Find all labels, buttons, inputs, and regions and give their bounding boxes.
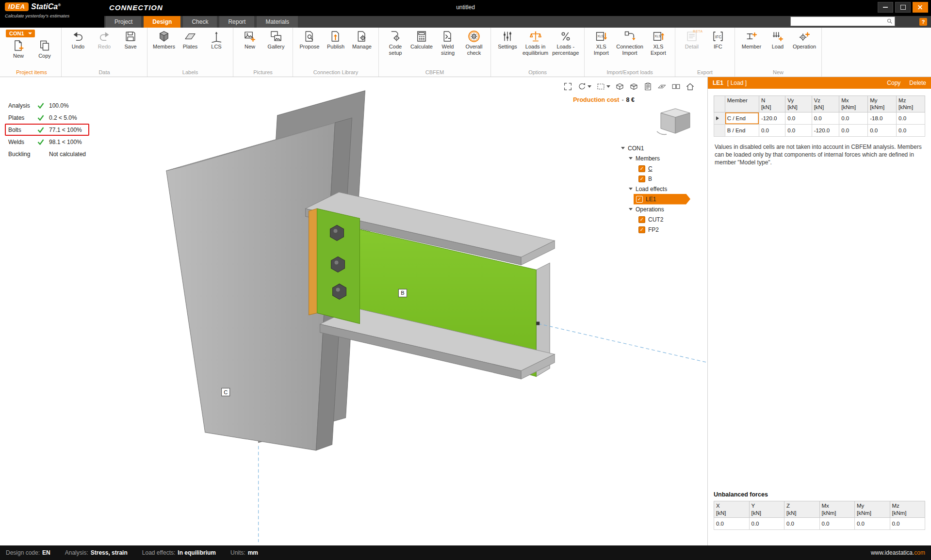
selected-tree-item[interactable]: ✓LE1 <box>634 194 690 205</box>
tree-node-b[interactable]: ✓B <box>619 174 705 184</box>
column-label[interactable]: C <box>222 388 230 396</box>
publish-button[interactable]: Publish <box>323 30 348 50</box>
member-cell[interactable]: C / End <box>725 112 759 124</box>
chevron-down-icon[interactable] <box>588 85 591 88</box>
member-button[interactable]: Member <box>739 30 764 50</box>
maximize-button[interactable] <box>895 2 911 13</box>
navigation-cube[interactable] <box>654 102 696 135</box>
operation-button[interactable]: Operation <box>791 30 817 50</box>
tab-check[interactable]: Check <box>183 16 217 28</box>
force-cell[interactable]: 0.0 <box>839 124 868 136</box>
selection-mode-icon[interactable] <box>596 82 610 91</box>
force-cell[interactable]: 0.0 <box>839 112 868 124</box>
calculate-button[interactable]: Calculate <box>409 30 434 50</box>
tree-node-c[interactable]: ✓C <box>619 163 705 174</box>
force-cell[interactable]: -120.0 <box>812 124 839 136</box>
fullscreen-icon[interactable] <box>563 82 572 91</box>
expander-icon[interactable] <box>621 147 625 151</box>
load-button[interactable]: Load <box>765 30 790 50</box>
force-cell[interactable]: 0.0 <box>897 112 925 124</box>
checkbox-icon[interactable]: ✓ <box>638 226 645 233</box>
force-cell[interactable]: -120.0 <box>759 112 785 124</box>
search-icon[interactable] <box>886 18 893 25</box>
minimize-button[interactable] <box>878 2 893 13</box>
force-cell[interactable]: 0.0 <box>785 112 812 124</box>
checkbox-icon[interactable]: ✓ <box>638 176 645 182</box>
view-cube-icon[interactable] <box>615 82 624 91</box>
viewport-3d[interactable]: B C Analysis100.0%Plates0.2 < 5.0%Bolts7… <box>0 77 707 545</box>
loads-in-equilibrium-button[interactable]: Loads in equilibrium <box>521 30 550 56</box>
tree-node-cut2[interactable]: ✓CUT2 <box>619 214 705 224</box>
compare-views-icon[interactable] <box>671 82 681 91</box>
copy-load-button[interactable]: Copy <box>887 80 900 86</box>
tree-node-fp2[interactable]: ✓FP2 <box>619 224 705 235</box>
row-expander-icon[interactable] <box>716 116 719 120</box>
xls-export-button[interactable]: XLSXLS Export <box>646 30 671 56</box>
orbit-icon[interactable] <box>577 82 591 91</box>
force-cell[interactable]: 0.0 <box>785 124 812 136</box>
new-button[interactable]: New <box>6 39 31 60</box>
logo-registered: ® <box>58 3 61 7</box>
row-header-cell[interactable] <box>714 112 725 124</box>
expander-icon[interactable] <box>629 188 633 192</box>
checkbox-icon[interactable]: ✓ <box>636 196 643 203</box>
overall-check-button[interactable]: Overall check <box>461 30 487 56</box>
close-button[interactable] <box>913 2 928 13</box>
load-row-b-end[interactable]: B / End0.00.0-120.00.00.00.0 <box>714 124 925 136</box>
checkbox-icon[interactable]: ✓ <box>638 165 645 172</box>
member-cell[interactable]: B / End <box>725 124 759 136</box>
tab-project[interactable]: Project <box>106 16 141 28</box>
tree-node-load-effects[interactable]: Load effects <box>619 184 705 194</box>
manage-button[interactable]: Manage <box>349 30 375 50</box>
code-setup-button[interactable]: Code setup <box>383 30 408 56</box>
clip-plane-icon[interactable] <box>657 82 667 91</box>
expander-icon[interactable] <box>629 157 633 161</box>
copy-button[interactable]: Copy <box>32 39 57 60</box>
lcs-button[interactable]: LCS <box>204 30 229 50</box>
tree-node-con1[interactable]: CON1 <box>619 143 705 153</box>
force-cell[interactable]: 0.0 <box>812 112 839 124</box>
copy-picture-icon[interactable] <box>643 82 653 91</box>
loads-percentage-button[interactable]: Loads - percentage <box>551 30 580 56</box>
connection-import-button[interactable]: Connection Import <box>615 30 645 56</box>
search-input[interactable] <box>792 17 886 25</box>
ifc-button[interactable]: IFCIFC <box>705 30 731 50</box>
members-button[interactable]: Members <box>151 30 177 50</box>
bolts[interactable] <box>330 225 346 299</box>
axonometry-icon[interactable] <box>629 82 638 91</box>
tree-node-operations[interactable]: Operations <box>619 204 705 214</box>
gallery-button[interactable]: Gallery <box>263 30 289 50</box>
force-cell[interactable]: 0.0 <box>868 124 897 136</box>
tab-design[interactable]: Design <box>144 16 180 28</box>
tab-materials[interactable]: Materials <box>257 16 298 28</box>
cube-axo-icon <box>629 82 638 91</box>
connection-selector[interactable]: CON1 <box>6 30 35 37</box>
settings-button[interactable]: Settings <box>495 30 520 50</box>
undo-button[interactable]: Undo <box>65 30 91 50</box>
navcube-rotate-arrow[interactable] <box>657 131 667 134</box>
tab-report[interactable]: Report <box>219 16 254 28</box>
save-button[interactable]: Save <box>118 30 143 50</box>
delete-load-button[interactable]: Delete <box>909 80 926 86</box>
force-cell[interactable]: 0.0 <box>897 124 925 136</box>
new-button[interactable]: New <box>237 30 262 50</box>
propose-button[interactable]: Propose <box>297 30 322 50</box>
expander-icon[interactable] <box>629 208 633 212</box>
home-view-icon[interactable] <box>686 82 695 91</box>
chevron-down-icon[interactable] <box>606 85 610 88</box>
minimize-icon <box>883 7 888 8</box>
force-cell[interactable]: -18.0 <box>868 112 897 124</box>
row-header-cell[interactable] <box>714 124 725 136</box>
force-cell[interactable]: 0.0 <box>759 124 785 136</box>
button-label: Load <box>772 44 784 50</box>
load-row-c-end[interactable]: C / End-120.00.00.00.0-18.00.0 <box>714 112 925 124</box>
weld-sizing-button[interactable]: Weld sizing <box>435 30 460 56</box>
checkbox-icon[interactable]: ✓ <box>638 216 645 223</box>
website-link[interactable]: www.ideastatica.com <box>871 549 925 556</box>
help-button[interactable]: ? <box>919 18 927 26</box>
tree-node-le1[interactable]: ✓LE1 <box>619 194 705 204</box>
beam-label[interactable]: B <box>398 289 407 297</box>
plates-button[interactable]: Plates <box>178 30 203 50</box>
tree-node-members[interactable]: Members <box>619 153 705 163</box>
xls-import-button[interactable]: XLSXLS Import <box>588 30 614 56</box>
